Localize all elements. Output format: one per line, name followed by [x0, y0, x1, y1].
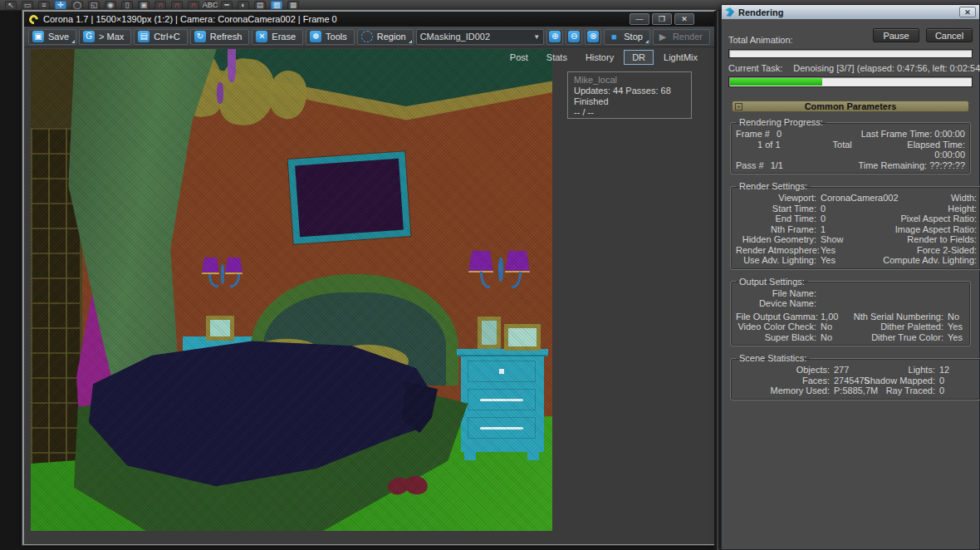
setting-row: Width:1500	[875, 193, 980, 204]
tab-history[interactable]: History	[577, 50, 622, 65]
setting-label: File Name:	[736, 288, 821, 299]
setting-label: Nth Serial Numbering:	[841, 312, 948, 322]
setting-row: Pixel Aspect Ratio:1,00000	[875, 214, 980, 224]
setting-label: Force 2-Sided:	[875, 245, 980, 256]
setting-row: File Output Gamma:1,00	[736, 312, 841, 322]
zoom-out-button[interactable]: ⊖	[566, 29, 582, 45]
zoom-reset-button[interactable]: ⊗	[585, 29, 601, 45]
setting-label: Compute Adv. Lighting:	[875, 255, 980, 266]
render-production-icon[interactable]: ▦	[287, 1, 299, 10]
render-setup-icon[interactable]: ▤	[254, 1, 266, 10]
rendered-image-bedroom-id-mask	[31, 49, 552, 531]
setting-row: Device Name:	[736, 298, 965, 309]
total-animation-progressbar	[728, 49, 973, 58]
setting-value: Yes	[821, 255, 835, 266]
dropdown-arrow-icon: ▼	[533, 33, 540, 41]
select-cursor-icon[interactable]: ↖	[5, 1, 17, 10]
zoom-in-button[interactable]: ⊕	[546, 29, 563, 45]
placement-icon[interactable]: ◉	[105, 1, 116, 10]
tab-lightmix[interactable]: LightMix	[655, 50, 706, 65]
slider-icon[interactable]: ━	[221, 1, 233, 10]
cancel-button[interactable]: Cancel	[926, 28, 973, 42]
group-title: Output Settings:	[736, 277, 808, 287]
group-title: Rendering Progress:	[736, 117, 826, 127]
dialog-close-button[interactable]: ✕	[959, 7, 976, 17]
collapse-icon[interactable]: -	[735, 103, 742, 110]
vfb-titlebar[interactable]: Corona 1.7 | 1500×1390px (1:2) | Camera:…	[24, 12, 714, 27]
setting-label: Memory Used:	[736, 385, 834, 396]
last-frame-time: Last Frame Time: 0:00:00	[861, 129, 965, 140]
setting-label: Render Atmosphere:	[736, 245, 821, 256]
copy-button[interactable]: ▤Ctrl+C	[134, 29, 187, 45]
setting-row: Ray Traced:0	[848, 385, 979, 396]
total-animation-label: Total Animation:	[728, 35, 793, 46]
rotate-icon[interactable]: ◯	[71, 1, 83, 10]
stop-button[interactable]: ■Stop	[604, 29, 650, 45]
setting-label: Dither Paletted:	[841, 322, 948, 332]
region-button[interactable]: Region	[357, 29, 414, 45]
select-by-name-icon[interactable]: ≡	[38, 1, 50, 10]
window-controls: — ❐ ✕	[630, 13, 694, 25]
refresh-button[interactable]: ↻Refresh	[190, 29, 250, 45]
named-selection-icon[interactable]: ABC	[204, 1, 216, 10]
percent-snap-icon[interactable]: ∩	[188, 1, 199, 10]
setting-row: Use Adv. Lighting:Yes	[736, 255, 875, 266]
snap-toggle-icon[interactable]: ∩	[154, 1, 166, 10]
angle-snap-icon[interactable]: ∩	[171, 1, 183, 10]
tab-post[interactable]: Post	[502, 50, 537, 65]
setting-row: Force 2-Sided:No	[875, 245, 980, 256]
time-remaining: Time Remaining: ??:??:??	[858, 160, 965, 171]
frame-of-value: 1 of 1	[757, 140, 781, 160]
setting-label: Image Aspect Ratio:	[875, 224, 980, 235]
tab-stats[interactable]: Stats	[538, 50, 576, 65]
dr-node-eta: -- / --	[574, 107, 685, 118]
setting-row: Faces:2745475	[736, 376, 848, 386]
setting-value: No	[948, 312, 959, 322]
setting-value: 277	[834, 365, 849, 376]
setting-row: Dither True Color:Yes	[841, 332, 965, 343]
copy-icon: ▤	[138, 31, 149, 42]
material-editor-icon[interactable]: ◐	[238, 1, 249, 10]
select-region-icon[interactable]: ▭	[22, 1, 33, 10]
save-button[interactable]: ▣Save	[28, 29, 76, 45]
dr-node-status: Finished	[574, 96, 685, 107]
move-icon[interactable]: ✛	[55, 1, 66, 10]
setting-label: Objects:	[736, 365, 834, 376]
setting-value: Yes	[948, 322, 963, 332]
save-icon: ▣	[32, 31, 44, 42]
mirror-icon[interactable]: ▯	[121, 1, 133, 10]
stop-icon: ■	[608, 31, 620, 42]
close-button[interactable]: ✕	[674, 13, 694, 25]
tab-dr[interactable]: DR	[624, 50, 654, 65]
render-frame-icon[interactable]: ▥	[271, 1, 282, 10]
setting-label: Start Time:	[736, 204, 821, 214]
setting-label: Nth Frame:	[736, 224, 821, 235]
pause-button[interactable]: Pause	[873, 28, 919, 42]
scene-statistics-group: Scene Statistics: Objects:277Faces:27454…	[730, 353, 980, 400]
render-button[interactable]: ▶Render	[653, 29, 710, 45]
send-to-max-button[interactable]: G> Max	[79, 29, 131, 45]
setting-label: Shadow Mapped:	[848, 376, 939, 386]
scale-icon[interactable]: ◱	[88, 1, 100, 10]
dialog-titlebar[interactable]: Rendering ✕	[722, 5, 979, 19]
align-icon[interactable]: ▣	[138, 1, 149, 10]
dialog-body: Total Animation: Pause Cancel Current Ta…	[722, 19, 979, 400]
refresh-icon: ↻	[194, 31, 206, 42]
maximize-button[interactable]: ❐	[652, 13, 672, 25]
tools-button[interactable]: ☸Tools	[306, 29, 355, 45]
minimize-button[interactable]: —	[630, 13, 649, 25]
pass-value: 1/1	[771, 160, 783, 171]
setting-label: Height:	[875, 204, 980, 214]
total-label: Total	[833, 140, 875, 160]
pass-label: Pass #	[736, 160, 764, 171]
setting-value: No	[821, 332, 832, 343]
current-task-value: Denoising [3/7] (elapsed: 0:47:56, left:…	[793, 63, 980, 73]
erase-button[interactable]: ✕Erase	[252, 29, 303, 45]
common-parameters-rollout-header[interactable]: - Common Parameters	[732, 101, 969, 112]
corona-vfb-window: Corona 1.7 | 1500×1390px (1:2) | Camera:…	[22, 10, 716, 545]
channel-select[interactable]: CMasking_ID002▼	[416, 29, 545, 45]
toolbar-button-label: Ctrl+C	[154, 32, 179, 42]
toolbar-button-label: Refresh	[210, 32, 243, 42]
setting-row: Video Color Check:No	[736, 322, 841, 332]
setting-row: Start Time:0	[736, 204, 875, 214]
